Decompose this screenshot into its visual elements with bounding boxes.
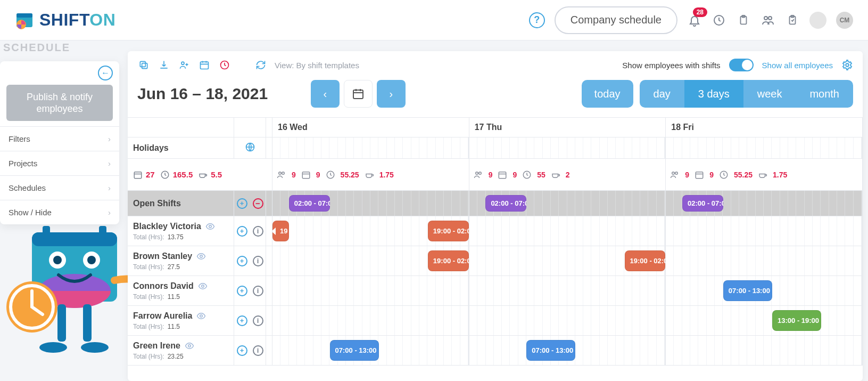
logo[interactable]: SHIFTON	[15, 10, 115, 30]
show-all-link[interactable]: Show all employees	[762, 61, 833, 70]
employee-day-cell[interactable]	[272, 276, 469, 305]
eye-icon[interactable]	[185, 341, 194, 351]
employee-day-cell[interactable]	[666, 216, 863, 246]
range-month[interactable]: month	[796, 80, 853, 108]
shift-block[interactable]: 19:00 - 02:00	[625, 250, 666, 271]
clipboard-icon[interactable]	[736, 13, 751, 28]
remove-open-shift-button[interactable]: −	[253, 198, 263, 209]
date-picker-button[interactable]	[344, 80, 373, 108]
eye-icon[interactable]	[198, 281, 208, 291]
add-shift-button[interactable]: +	[237, 286, 247, 296]
shift-block[interactable]: 02:00 - 07:00	[485, 195, 526, 212]
refresh-icon[interactable]	[254, 59, 267, 71]
collapse-sidebar-button[interactable]: ←	[98, 66, 113, 80]
employee-day-cell[interactable]: 19:00 - 02:00	[272, 246, 469, 275]
show-with-shifts-toggle[interactable]	[729, 59, 754, 71]
add-shift-button[interactable]: +	[237, 226, 247, 237]
people-small-icon	[277, 170, 286, 180]
coffee-small-icon	[198, 170, 208, 180]
brand-right: ON	[89, 10, 115, 29]
chevron-right-icon: ›	[108, 159, 111, 168]
chevron-right-icon: ›	[108, 208, 111, 217]
employee-day-cell[interactable]	[469, 276, 666, 305]
info-button[interactable]: i	[253, 256, 263, 266]
employee-day-cell[interactable]: 1919:00 - 02:00	[272, 216, 469, 246]
info-button[interactable]: i	[253, 286, 263, 296]
download-icon[interactable]	[158, 59, 170, 71]
chevron-right-icon: ›	[108, 183, 111, 192]
bell-icon[interactable]: 28	[687, 13, 702, 28]
shift-block[interactable]: 07:00 - 13:00	[330, 340, 379, 361]
sidebar-card: ← Publish & notify employees Filters› Pr…	[0, 61, 119, 224]
sidebar-item-projects[interactable]: Projects›	[0, 151, 119, 175]
total-label: Total (Hrs):	[133, 263, 164, 271]
employee-day-cell[interactable]: 07:00 - 13:00	[666, 276, 863, 305]
employee-day-cell[interactable]: 07:00 - 13:00	[469, 336, 666, 365]
eye-icon[interactable]	[205, 222, 215, 231]
prev-button[interactable]: ‹	[311, 80, 340, 108]
task-clipboard-icon[interactable]	[785, 13, 800, 28]
shift-block[interactable]: 02:00 - 07:00	[682, 195, 723, 212]
add-shift-button[interactable]: +	[237, 315, 247, 326]
eye-icon[interactable]	[196, 252, 206, 261]
add-open-shift-button[interactable]: +	[237, 198, 247, 209]
shift-block[interactable]: 02:00 - 07:00	[289, 195, 330, 212]
svg-point-18	[87, 256, 96, 264]
employee-day-cell[interactable]: 07:00 - 13:00	[272, 336, 469, 365]
today-button[interactable]: today	[582, 80, 633, 108]
shift-block[interactable]: 07:00 - 13:00	[526, 340, 575, 361]
employee-day-cell[interactable]	[666, 336, 863, 365]
clock-icon[interactable]	[712, 13, 726, 28]
shift-block[interactable]: 19	[272, 221, 289, 241]
info-button[interactable]: i	[253, 345, 263, 356]
svg-point-51	[200, 314, 203, 317]
sidebar: SCHEDULE ← Publish & notify employees Fi…	[0, 40, 119, 224]
sidebar-item-showhide[interactable]: Show / Hide›	[0, 200, 119, 224]
avatar-small[interactable]	[809, 12, 826, 29]
sidebar-item-filters[interactable]: Filters›	[0, 126, 119, 151]
people-small-icon	[474, 170, 483, 180]
clock-small-icon	[326, 170, 335, 180]
shift-block[interactable]: 19:00 - 02:00	[428, 250, 469, 271]
globe-icon[interactable]	[245, 142, 255, 155]
calendar-icon[interactable]	[198, 59, 211, 71]
shift-block[interactable]: 07:00 - 13:00	[723, 280, 772, 301]
svg-point-41	[478, 172, 481, 174]
show-with-shifts-label: Show employees with shifts	[622, 61, 720, 70]
employee-day-cell[interactable]	[666, 246, 863, 275]
employee-day-cell[interactable]	[469, 306, 666, 335]
range-week[interactable]: week	[743, 80, 796, 108]
publish-button[interactable]: Publish & notify employees	[6, 85, 113, 121]
employee-day-cell[interactable]	[272, 306, 469, 335]
eye-icon[interactable]	[196, 311, 206, 321]
sidebar-item-label: Projects	[9, 159, 37, 168]
range-day[interactable]: day	[640, 80, 684, 108]
employee-day-cell[interactable]: 13:00 - 19:00	[666, 306, 863, 335]
employee-day-cell[interactable]: 19:00 - 02:00	[469, 246, 666, 275]
company-schedule-button[interactable]: Company schedule	[555, 6, 677, 34]
open-shifts-day-cell[interactable]: 02:00 - 07:00	[469, 191, 666, 216]
open-shifts-day-cell[interactable]: 02:00 - 07:00	[666, 191, 863, 216]
avatar-initials[interactable]: CM	[836, 12, 853, 29]
info-button[interactable]: i	[253, 315, 263, 326]
employee-day-cell[interactable]	[469, 216, 666, 246]
gear-icon[interactable]	[841, 59, 853, 71]
add-shift-button[interactable]: +	[237, 345, 247, 356]
people-icon[interactable]	[760, 13, 775, 28]
add-person-icon[interactable]	[178, 59, 191, 71]
add-shift-button[interactable]: +	[237, 256, 247, 266]
svg-rect-22	[57, 304, 66, 342]
copy-icon[interactable]	[137, 59, 150, 71]
shift-block[interactable]: 13:00 - 19:00	[772, 310, 821, 331]
info-button[interactable]: i	[253, 226, 263, 237]
open-shifts-day-cell[interactable]: 02:00 - 07:00	[272, 191, 469, 216]
summary-row: 27 165.5 5.5 9 9 55.25 1.75 9 9 55 2 9 9…	[128, 159, 863, 191]
next-button[interactable]: ›	[377, 80, 406, 108]
day-stats-cell: 9 9 55.25 1.75	[666, 159, 863, 190]
clock-red-icon[interactable]	[218, 59, 231, 71]
day-header: 18 Fri	[666, 118, 862, 137]
help-icon[interactable]: ?	[529, 12, 545, 28]
sidebar-item-schedules[interactable]: Schedules›	[0, 175, 119, 200]
shift-block[interactable]: 19:00 - 02:00	[428, 221, 469, 241]
range-3-days[interactable]: 3 days	[684, 80, 743, 108]
